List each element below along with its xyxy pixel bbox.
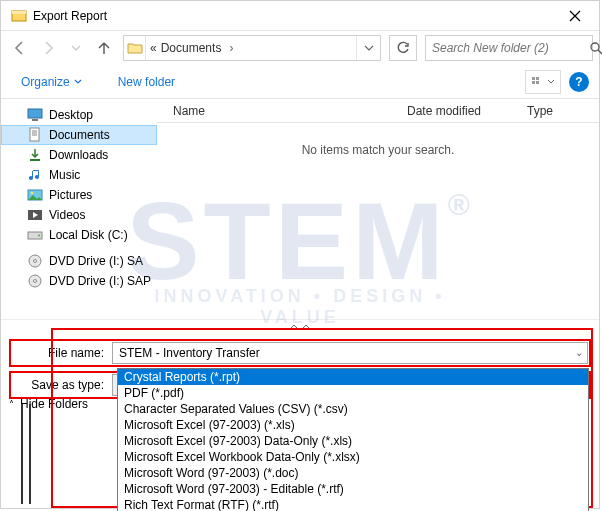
svg-rect-3 — [532, 77, 535, 80]
window-title: Export Report — [33, 9, 107, 23]
svg-point-12 — [31, 192, 34, 195]
documents-icon — [27, 127, 43, 143]
sidebar-item-dvd-drive-i-sa[interactable]: DVD Drive (I:) SA — [1, 251, 157, 271]
saveastype-option[interactable]: Microsoft Word (97-2003) (*.doc) — [118, 465, 588, 481]
sidebar-item-label: Desktop — [49, 108, 93, 122]
sidebar-item-music[interactable]: Music — [1, 165, 157, 185]
chevron-down-icon — [74, 78, 82, 86]
sidebar-item-pictures[interactable]: Pictures — [1, 185, 157, 205]
hide-folders-button[interactable]: ˄ Hide Folders — [9, 397, 88, 411]
sidebar-item-desktop[interactable]: Desktop — [1, 105, 157, 125]
breadcrumb-location[interactable]: Documents — [157, 41, 226, 55]
sidebar-item-label: Documents — [49, 128, 110, 142]
titlebar: Export Report — [1, 1, 599, 31]
content-pane: Name Date modified Type No items match y… — [157, 99, 599, 319]
nav-row: « Documents › — [1, 31, 599, 65]
svg-rect-7 — [28, 109, 42, 118]
chevron-up-icon: ˄ — [9, 399, 14, 410]
up-button[interactable] — [91, 35, 117, 61]
close-button[interactable] — [555, 1, 595, 31]
svg-rect-4 — [536, 77, 539, 80]
svg-point-19 — [34, 280, 37, 283]
column-headers[interactable]: Name Date modified Type — [157, 99, 599, 123]
breadcrumb-prefix: « — [150, 41, 157, 55]
saveastype-option[interactable]: Rich Text Format (RTF) (*.rtf) — [118, 497, 588, 511]
breadcrumb[interactable]: « Documents › — [146, 41, 356, 55]
sidebar-item-dvd-drive-i-sap[interactable]: DVD Drive (I:) SAP — [1, 271, 157, 291]
music-icon — [27, 167, 43, 183]
saveastype-option[interactable]: Character Separated Values (CSV) (*.csv) — [118, 401, 588, 417]
sidebar-item-label: DVD Drive (I:) SAP — [49, 274, 151, 288]
svg-point-17 — [34, 260, 37, 263]
col-type[interactable]: Type — [519, 100, 599, 122]
saveastype-option[interactable]: Microsoft Excel (97-2003) Data-Only (*.x… — [118, 433, 588, 449]
sidebar-item-documents[interactable]: Documents — [1, 125, 157, 145]
svg-point-15 — [38, 235, 40, 237]
sidebar-item-label: DVD Drive (I:) SA — [49, 254, 143, 268]
saveastype-label: Save as type: — [12, 378, 112, 392]
svg-rect-5 — [532, 81, 535, 84]
svg-rect-6 — [536, 81, 539, 84]
sidebar-item-label: Music — [49, 168, 80, 182]
disk-icon — [27, 227, 43, 243]
view-button[interactable] — [525, 70, 561, 94]
help-button[interactable]: ? — [569, 72, 589, 92]
organize-button[interactable]: Organize — [15, 71, 88, 93]
sidebar-item-label: Local Disk (C:) — [49, 228, 128, 242]
col-name[interactable]: Name — [157, 100, 399, 122]
saveastype-option[interactable]: Microsoft Word (97-2003) - Editable (*.r… — [118, 481, 588, 497]
saveastype-option[interactable]: Microsoft Excel Workbook Data-Only (*.xl… — [118, 449, 588, 465]
chevron-down-icon[interactable]: ⌄ — [575, 347, 583, 358]
sidebar-item-label: Pictures — [49, 188, 92, 202]
svg-rect-1 — [12, 11, 26, 14]
refresh-button[interactable] — [389, 35, 417, 61]
forward-button[interactable] — [35, 35, 61, 61]
saveastype-option[interactable]: PDF (*.pdf) — [118, 385, 588, 401]
sidebar-item-local-disk-c-[interactable]: Local Disk (C:) — [1, 225, 157, 245]
collapse-grip[interactable] — [1, 319, 599, 333]
col-date[interactable]: Date modified — [399, 100, 519, 122]
filename-input[interactable]: STEM - Inventory Transfer ⌄ — [112, 342, 588, 364]
search-icon[interactable] — [589, 36, 602, 60]
saveastype-dropdown[interactable]: Crystal Reports (*.rpt)PDF (*.pdf)Charac… — [117, 368, 589, 511]
svg-point-2 — [591, 43, 599, 51]
dvd-icon — [27, 273, 43, 289]
recent-dropdown[interactable] — [63, 35, 89, 61]
folder-icon — [124, 36, 146, 60]
address-dropdown[interactable] — [356, 36, 380, 60]
search-box[interactable] — [425, 35, 593, 61]
downloads-icon — [27, 147, 43, 163]
videos-icon — [27, 207, 43, 223]
svg-rect-8 — [32, 119, 38, 121]
address-bar[interactable]: « Documents › — [123, 35, 381, 61]
chevron-down-icon — [547, 78, 555, 86]
svg-rect-10 — [30, 159, 40, 161]
toolbar: Organize New folder ? — [1, 65, 599, 99]
sidebar-item-label: Videos — [49, 208, 85, 222]
dvd-icon — [27, 253, 43, 269]
chevron-right-icon[interactable]: › — [225, 41, 237, 55]
sidebar-item-videos[interactable]: Videos — [1, 205, 157, 225]
filename-label: File name: — [12, 346, 112, 360]
sidebar-item-label: Downloads — [49, 148, 108, 162]
saveastype-option[interactable]: Crystal Reports (*.rpt) — [118, 369, 588, 385]
empty-message: No items match your search. — [157, 123, 599, 177]
back-button[interactable] — [7, 35, 33, 61]
new-folder-button[interactable]: New folder — [112, 71, 181, 93]
decorative-lines — [21, 404, 35, 504]
sidebar: DesktopDocumentsDownloadsMusicPicturesVi… — [1, 99, 157, 319]
saveastype-option[interactable]: Microsoft Excel (97-2003) (*.xls) — [118, 417, 588, 433]
sidebar-item-downloads[interactable]: Downloads — [1, 145, 157, 165]
app-icon — [11, 8, 27, 24]
pictures-icon — [27, 187, 43, 203]
desktop-icon — [27, 107, 43, 123]
search-input[interactable] — [426, 41, 589, 55]
